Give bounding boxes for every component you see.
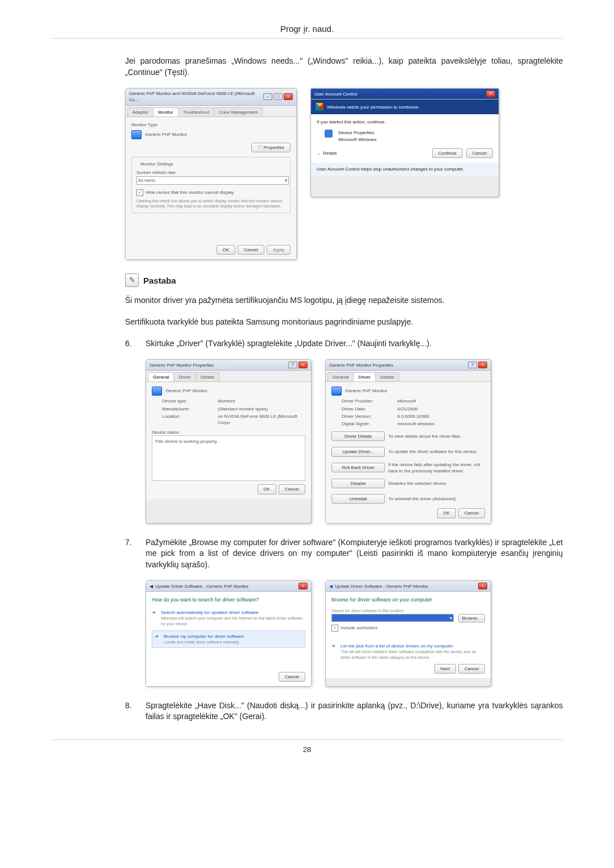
cancel-button[interactable]: Cancel: [466, 148, 493, 158]
titlebar: User Account Control ×: [311, 89, 499, 99]
refresh-rate-select[interactable]: 60 Hertz▾: [136, 176, 289, 185]
back-icon[interactable]: ◀: [329, 583, 333, 589]
monitor-type-label: Monitor Type: [131, 122, 291, 128]
close-button[interactable]: ×: [478, 583, 487, 589]
option-pick-from-list[interactable]: ➔ Let me pick from a list of device driv…: [331, 643, 485, 661]
breadcrumb: Update Driver Software - Generic PnP Mon…: [155, 583, 248, 589]
tab-color-management[interactable]: Color Management: [214, 107, 263, 117]
update-driver-button[interactable]: Update Driver...: [331, 447, 385, 456]
monitor-icon: [131, 130, 142, 139]
tab-driver[interactable]: Driver: [353, 372, 375, 381]
cancel-button[interactable]: Cancel: [238, 245, 264, 255]
disable-button[interactable]: Disable: [331, 479, 385, 488]
window-title: Generic PnP Monitor and NVIDIA GeForce 6…: [129, 90, 263, 103]
device-type-label: Device type:: [162, 398, 213, 404]
step-text: Skirtuke „Driver" (Tvarkyklė) spragtelėk…: [146, 338, 432, 350]
tab-general[interactable]: General: [327, 372, 354, 381]
chevron-down-icon: ▾: [450, 615, 452, 621]
dialog-buttons: OK Cancel Apply: [131, 245, 291, 255]
note-icon: ✎: [125, 273, 139, 287]
tab-monitor[interactable]: Monitor: [153, 107, 179, 117]
wizard-heading: Browse for driver software on your compu…: [331, 596, 485, 604]
step-8: 8. Spragtelėkite „Have Disk..." (Naudoti…: [125, 700, 563, 722]
arrow-icon: ➔: [152, 609, 157, 616]
location-input[interactable]: ▾: [331, 614, 454, 622]
driver-date-value: 6/21/2006: [397, 406, 485, 412]
cancel-button[interactable]: Cancel: [279, 484, 305, 494]
manufacturer-value: (Standard monitor types): [218, 406, 305, 412]
monitor-name: Generic PnP Monitor: [345, 389, 387, 394]
properties-button[interactable]: 🛡 Properties: [251, 143, 291, 152]
option-search-auto[interactable]: ➔ Search automatically for updated drive…: [152, 609, 305, 627]
minimize-button[interactable]: –: [263, 93, 272, 100]
window-title: Generic PnP Monitor Properties: [150, 362, 214, 368]
page-header: Progr įr. naud.: [51, 23, 563, 35]
driver-details-button[interactable]: Driver Details: [331, 431, 385, 441]
ok-button[interactable]: OK: [258, 484, 277, 494]
ok-button[interactable]: OK: [217, 245, 236, 255]
browse-button[interactable]: Browse...: [458, 614, 485, 622]
uac-program-name: Device Properties: [338, 130, 376, 136]
option-title: Let me pick from a list of device driver…: [341, 643, 485, 649]
tab-details[interactable]: Details: [375, 372, 399, 381]
chevron-down-icon[interactable]: ⌄: [317, 150, 321, 156]
uac-started-text: If you started this action, continue.: [317, 119, 493, 125]
document-page: Progr įr. naud. Jei parodomas pranešimas…: [0, 0, 614, 868]
close-button[interactable]: ×: [298, 583, 308, 589]
hide-modes-checkbox[interactable]: ✓: [136, 189, 143, 196]
cancel-button[interactable]: Cancel: [458, 664, 485, 674]
monitor-properties-window: Generic PnP Monitor and NVIDIA GeForce 6…: [125, 88, 297, 260]
disable-desc: Disables the selected device.: [388, 480, 485, 487]
help-button[interactable]: ?: [288, 362, 297, 368]
manufacturer-label: Manufacturer:: [162, 406, 213, 412]
close-button[interactable]: ×: [284, 93, 293, 100]
monitor-name: Generic PnP Monitor: [145, 132, 187, 137]
note-paragraph-2: Sertifikuota tvarkyklė bus pateikta Sams…: [125, 317, 563, 328]
roll-back-driver-button[interactable]: Roll Back Driver: [331, 463, 385, 472]
maximize-button[interactable]: □: [273, 93, 283, 100]
step-text: Pažymėkite „Browse my computer for drive…: [146, 537, 563, 571]
option-desc: This list will show installed driver sof…: [341, 649, 485, 661]
breadcrumb: Update Driver Software - Generic PnP Mon…: [335, 583, 428, 589]
uac-body: If you started this action, continue. De…: [311, 114, 499, 176]
cancel-button[interactable]: Cancel: [458, 508, 485, 518]
tab-details[interactable]: Details: [196, 372, 219, 381]
tab-troubleshoot[interactable]: Troubleshoot: [178, 107, 214, 117]
header-rule: [51, 38, 563, 39]
chevron-down-icon: ▾: [285, 177, 287, 184]
include-subfolders-checkbox[interactable]: ✓: [331, 625, 338, 632]
option-title: Search automatically for updated driver …: [161, 609, 305, 616]
step-7: 7. Pažymėkite „Browse my computer for dr…: [125, 537, 563, 571]
option-desc: Locate and install driver software manua…: [164, 639, 244, 645]
apply-button[interactable]: Apply: [267, 245, 291, 255]
option-browse-computer[interactable]: ➔ Browse my computer for driver software…: [152, 630, 305, 648]
monitor-icon: [152, 387, 162, 396]
page-number: 28: [51, 745, 563, 755]
step-number: 6.: [125, 338, 136, 350]
page-body: Jei parodomas pranešimas „Windows needs.…: [51, 56, 563, 722]
option-desc: Windows will search your computer and th…: [161, 616, 305, 627]
continue-button[interactable]: Continue: [432, 148, 463, 158]
help-button[interactable]: ?: [468, 362, 477, 368]
cancel-button[interactable]: Cancel: [279, 672, 305, 682]
tab-general[interactable]: General: [148, 372, 174, 381]
close-button[interactable]: ×: [298, 362, 308, 368]
titlebar: Generic PnP Monitor and NVIDIA GeForce 6…: [126, 89, 296, 105]
close-button[interactable]: ×: [486, 90, 495, 97]
arrow-icon: ➔: [331, 643, 337, 649]
footer-rule: [51, 740, 563, 740]
ok-button[interactable]: OK: [437, 508, 457, 518]
details-toggle[interactable]: Details: [323, 150, 337, 156]
step-6: 6. Skirtuke „Driver" (Tvarkyklė) spragte…: [125, 338, 563, 350]
close-button[interactable]: ×: [478, 362, 487, 368]
next-button[interactable]: Next: [434, 664, 456, 674]
uac-publisher: Microsoft Windows: [338, 136, 376, 143]
digital-signer-label: Digital Signer:: [342, 421, 393, 427]
tab-adapter[interactable]: Adapter: [127, 107, 154, 117]
roll-back-driver-desc: If the device fails after updating the d…: [388, 462, 485, 474]
back-icon[interactable]: ◀: [150, 583, 153, 589]
uninstall-button[interactable]: Uninstall: [331, 494, 385, 504]
tab-driver[interactable]: Driver: [173, 372, 196, 381]
monitor-settings-legend: Monitor Settings: [139, 161, 175, 167]
step-number: 7.: [125, 537, 136, 571]
